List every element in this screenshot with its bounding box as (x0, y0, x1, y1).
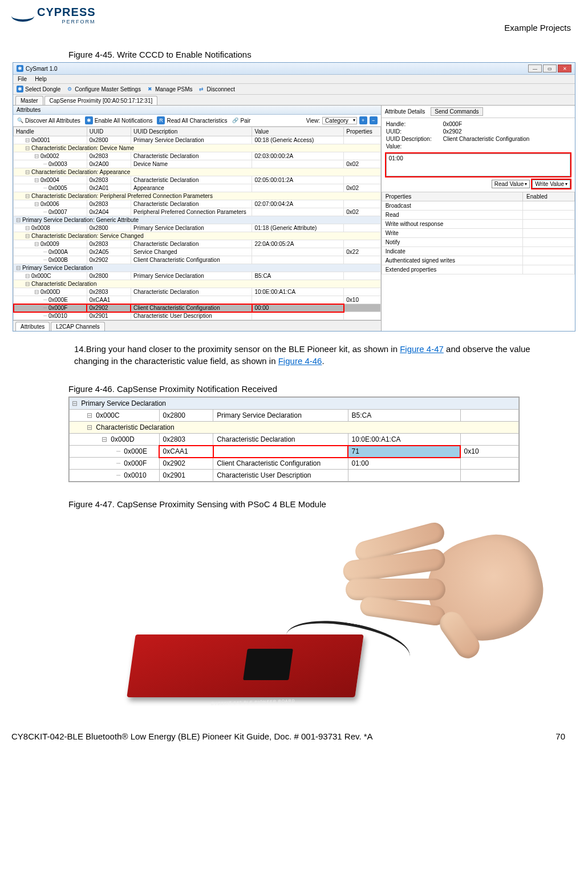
properties-table: Properties Enabled BroadcastReadWrite wi… (382, 192, 575, 274)
property-row: Write without response (382, 220, 574, 229)
link-fig-4-47[interactable]: Figure 4-47 (400, 344, 444, 354)
footer-page: 70 (555, 731, 565, 741)
table-row[interactable]: ┈0x000E0xCAA10x10 (14, 296, 381, 304)
table-row[interactable]: ⊟0x00020x2803Characteristic Declaration0… (14, 152, 381, 160)
table-row[interactable]: ⊟Characteristic Declaration: Appearance (14, 168, 381, 176)
read-icon: R (157, 116, 165, 124)
property-row: Write (382, 229, 574, 238)
maximize-button[interactable]: ▭ (543, 64, 557, 72)
collapse-all-button[interactable]: − (370, 116, 378, 124)
menu-bar: File Help (13, 75, 575, 84)
table-row[interactable]: ⊟Characteristic Declaration: Peripheral … (14, 192, 381, 200)
table-row[interactable]: ┈0x00050x2A01Appearance0x02 (14, 184, 381, 192)
table-row[interactable]: ⊟Primary Service Declaration (14, 264, 381, 272)
property-row: Extended properties (382, 265, 574, 274)
link-fig-4-46[interactable]: Figure 4-46 (278, 356, 322, 366)
table-row[interactable]: ⊟Characteristic Declaration: Device Name (14, 144, 381, 152)
col-handle[interactable]: Handle (14, 127, 87, 136)
table-row[interactable]: ┈0x00030x2A00Device Name0x02 (14, 160, 381, 168)
select-dongle-button[interactable]: ✱Select Dongle (17, 86, 60, 92)
table-row: ⊟ Characteristic Declaration (70, 422, 519, 434)
property-row: Indicate (382, 247, 574, 256)
read-value-button[interactable]: Read Value▾ (492, 180, 530, 188)
logo-swoosh-icon (11, 10, 34, 22)
close-button[interactable]: ✕ (558, 64, 571, 72)
enable-all-notif-button[interactable]: ✱Enable All Notifications (85, 116, 153, 124)
table-row[interactable]: ┈0x000B0x2902Client Characteristic Confi… (14, 256, 381, 264)
tab-device[interactable]: CapSense Proximity [00:A0:50:17:12:31] (44, 96, 158, 105)
value-input[interactable]: 01:00 (386, 153, 570, 176)
table-row: ⊟ Primary Service Declaration (70, 398, 519, 410)
table-row: ┈ 0x000F0x2902Client Characteristic Conf… (70, 458, 519, 470)
value-text: 01:00 (389, 155, 403, 161)
table-row[interactable]: ⊟Characteristic Declaration: Service Cha… (14, 232, 381, 240)
tab-attributes[interactable]: Attributes (15, 322, 50, 331)
pair-button[interactable]: 🔗Pair (232, 117, 251, 124)
table-row[interactable]: ⊟0x00040x2803Characteristic Declaration0… (14, 176, 381, 184)
tab-master[interactable]: Master (15, 96, 43, 105)
details-pane: Attribute Details Send Commands Handle:0… (382, 106, 575, 331)
table-row[interactable]: ⊟0x00090x2803Characteristic Declaration2… (14, 240, 381, 248)
page-header: CYPRESS PERFORM Example Projects (11, 0, 577, 33)
minimize-button[interactable]: — (528, 64, 542, 72)
write-value-button[interactable]: Write Value▾ (532, 180, 570, 188)
menu-help[interactable]: Help (35, 76, 47, 82)
disconnect-icon: ⇄ (198, 86, 205, 92)
table-row[interactable]: ┈0x000F0x2902Client Characteristic Confi… (14, 304, 381, 312)
expand-all-button[interactable]: + (359, 116, 367, 124)
table-row[interactable]: ⊟0x000C0x2800Primary Service Declaration… (14, 272, 381, 280)
tab-l2cap[interactable]: L2CAP Channels (51, 322, 105, 331)
send-commands-button[interactable]: Send Commands (431, 107, 482, 116)
attributes-table: Handle UUID UUID Description Value Prope… (13, 127, 381, 320)
cysmart-window: ✱ CySmart 1.0 — ▭ ✕ File Help ✱Select Do… (13, 62, 575, 332)
bluetooth-icon: ✱ (17, 65, 23, 72)
manage-psms-button[interactable]: ✖Manage PSMs (147, 86, 193, 92)
detail-row: Value: (386, 143, 570, 150)
figure-47-caption: Figure 4-47. CapSense Proximity Sensing … (68, 499, 577, 509)
disconnect-button[interactable]: ⇄Disconnect (198, 86, 234, 92)
footer-doc: CY8CKIT-042-BLE Bluetooth® Low Energy (B… (11, 731, 373, 741)
view-dropdown[interactable]: Category (322, 117, 357, 124)
gear-icon: ⚙ (66, 86, 73, 92)
table-row[interactable]: ┈0x00070x2A04Peripheral Preferred Connec… (14, 208, 381, 216)
figure-46-table: ⊟ Primary Service Declaration⊟ 0x000C0x2… (68, 397, 520, 482)
section-name: Example Projects (504, 6, 577, 33)
table-row[interactable]: ⊟0x00080x2800Primary Service Declaration… (14, 224, 381, 232)
table-row[interactable]: ┈0x00100x2901Characteristic User Descrip… (14, 312, 381, 320)
hand-illustration (331, 515, 542, 657)
table-row[interactable]: ⊟Characteristic Declaration (14, 280, 381, 288)
step-14-text: 14.Bring your hand closer to the proximi… (74, 343, 565, 367)
prop-col-name: Properties (382, 192, 522, 201)
step-a: Bring your hand closer to the proximity … (86, 344, 400, 354)
read-all-button[interactable]: RRead All Characteristics (157, 116, 227, 124)
col-uuid[interactable]: UUID (87, 127, 131, 136)
brand-sub: PERFORM (37, 19, 96, 25)
brand-logo: CYPRESS PERFORM (11, 6, 96, 25)
col-props[interactable]: Properties (344, 127, 380, 136)
table-row[interactable]: ⊟0x000D0x2803Characteristic Declaration1… (14, 288, 381, 296)
table-row[interactable]: ┈0x000A0x2A05Service Changed0x22 (14, 248, 381, 256)
attributes-toolbar: 🔍Discover All Attributes ✱Enable All Not… (13, 115, 381, 127)
discover-all-button[interactable]: 🔍Discover All Attributes (17, 117, 80, 124)
details-heading: Attribute Details (385, 108, 425, 115)
bluetooth-icon: ✱ (17, 86, 23, 92)
detail-row: UUID Description:Client Characteristic C… (386, 135, 570, 143)
main-toolbar: ✱Select Dongle ⚙Configure Master Setting… (13, 84, 575, 95)
detail-row: UUID:0x2902 (386, 128, 570, 135)
device-tabs: Master CapSense Proximity [00:A0:50:17:1… (13, 95, 575, 106)
table-row: ⊟ 0x000D0x2803Characteristic Declaration… (70, 434, 519, 446)
col-value[interactable]: Value (252, 127, 344, 136)
attributes-pane: Attributes 🔍Discover All Attributes ✱Ena… (13, 106, 382, 331)
property-row: Broadcast (382, 201, 574, 211)
table-row: ┈ 0x000E0xCAA1710x10 (70, 446, 519, 458)
page-footer: CY8CKIT-042-BLE Bluetooth® Low Energy (B… (11, 714, 577, 741)
table-row: ┈ 0x00100x2901Characteristic User Descri… (70, 470, 519, 482)
table-row[interactable]: ⊟0x00010x2800Primary Service Declaration… (14, 136, 381, 144)
col-uuid-desc[interactable]: UUID Description (131, 127, 252, 136)
attributes-header: Attributes (13, 106, 381, 115)
table-row[interactable]: ⊟0x00060x2803Characteristic Declaration0… (14, 200, 381, 208)
step-c: . (322, 356, 324, 366)
configure-master-button[interactable]: ⚙Configure Master Settings (66, 86, 141, 92)
table-row[interactable]: ⊟Primary Service Declaration: Generic At… (14, 216, 381, 224)
menu-file[interactable]: File (18, 76, 27, 82)
